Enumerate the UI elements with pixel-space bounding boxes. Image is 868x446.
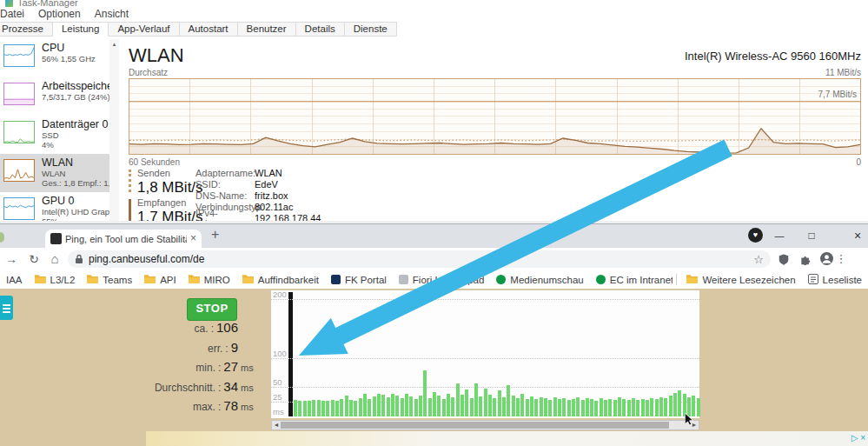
bookmark-star-icon[interactable]: ☆ (753, 253, 764, 266)
chart-horizontal-scrollbar[interactable]: ◄ ► (271, 420, 699, 430)
disk-labels: Datenträger 0 (CSSD4% (42, 118, 108, 150)
grey-square-favicon-icon (399, 275, 408, 284)
ping-bar (558, 399, 561, 416)
sidebar-item-disk[interactable]: Datenträger 0 (CSSD4% (0, 116, 109, 154)
menu-item-datei[interactable]: Datei (0, 8, 31, 20)
tab-app-verlauf[interactable]: App-Verlauf (109, 22, 179, 37)
detail-label: SSID: (195, 179, 255, 190)
bookmark-miro[interactable]: MIRO (182, 274, 236, 285)
ping-bar (395, 396, 399, 416)
tab-prozesse[interactable]: Prozesse (0, 22, 53, 37)
wlan-sub: Ges.: 1,8 Empf.: 1,7 M (42, 178, 108, 188)
bookmark-iaa[interactable]: IAA (0, 275, 29, 285)
bookmark-teams[interactable]: Teams (81, 274, 138, 285)
bookmark-fiori-launchpad[interactable]: Fiori Launchpad (393, 275, 490, 285)
ping-bar (331, 400, 335, 416)
ping-bar (613, 400, 617, 416)
ping-bar (387, 397, 390, 416)
tab-leistung[interactable]: Leistung (53, 22, 109, 37)
sidebar-item-cpu[interactable]: CPU56% 1,55 GHz (0, 39, 109, 77)
bookmark-auffindbarkeit[interactable]: Auffindbarkeit (236, 274, 325, 285)
scrollbar-thumb[interactable] (281, 422, 669, 429)
bookmark-ec-im-intranet[interactable]: EC im Intranet (590, 275, 673, 285)
ping-bar (594, 401, 598, 416)
ping-bar (586, 398, 589, 416)
maximize-button[interactable]: □ (798, 224, 825, 247)
ping-bar (622, 399, 626, 416)
stat-row-max: max.:78ms (104, 398, 256, 413)
stat-row-err: err.:9 (104, 340, 256, 355)
performance-sidebar: CPU56% 1,55 GHzArbeitsspeicher7,5/31,7 G… (0, 39, 109, 224)
sidebar-item-wlan[interactable]: WLANWLANGes.: 1,8 Empf.: 1,7 M (0, 154, 109, 192)
scroll-left-icon[interactable]: ◄ (272, 421, 281, 429)
ping-bar (493, 398, 496, 416)
tab-close-icon[interactable]: × (190, 233, 196, 244)
browser-menu-dots-icon[interactable]: ⋮ (832, 248, 851, 270)
ping-bar (447, 394, 450, 416)
scroll-up-icon[interactable]: ▴ (113, 41, 116, 47)
tab-details[interactable]: Details (296, 22, 345, 37)
folder-icon (189, 274, 200, 285)
ping-bar (678, 390, 681, 416)
adchoices-icons[interactable]: ▷ × (851, 433, 865, 443)
shield-extension-icon[interactable] (778, 253, 790, 266)
address-bar[interactable]: ping.canbeuseful.com/de ☆ (68, 250, 771, 268)
menu-item-optionen[interactable]: Optionen (31, 8, 88, 20)
bookmark-api[interactable]: API (138, 274, 182, 285)
stat-label: Durchschnitt. (155, 382, 215, 394)
detail-row: Adaptername:WLAN (195, 168, 321, 179)
ping-bar (572, 399, 575, 416)
extensions-puzzle-icon[interactable] (799, 253, 812, 265)
ping-bar (419, 396, 422, 416)
chart-label: Durchsatz (129, 68, 168, 77)
new-tab-button[interactable]: + (211, 227, 219, 243)
bookmark-l3-l2[interactable]: L3/L2 (29, 274, 82, 285)
tab-autostart[interactable]: Autostart (180, 22, 238, 37)
ping-bar (428, 398, 432, 416)
ping-bar (641, 399, 645, 416)
ping-bar (349, 400, 353, 416)
menu-item-ansicht[interactable]: Ansicht (88, 8, 136, 20)
page-menu-button[interactable] (0, 296, 13, 320)
bookmark-label: MIRO (204, 275, 230, 285)
reload-icon[interactable]: ↻ (24, 248, 43, 270)
ping-bar (423, 370, 427, 416)
bookmark-leseliste[interactable]: Leseliste (802, 274, 868, 286)
gpu-labels: GPU 0Intel(R) UHD Grap...65% (42, 195, 108, 224)
forward-icon[interactable]: → (2, 248, 21, 270)
profile-theme-avatar[interactable]: ♥ (748, 228, 763, 243)
ping-bar (321, 401, 325, 416)
darkblue-square-favicon-icon (331, 275, 341, 284)
bookmark-medienumschau[interactable]: Medienumschau (490, 275, 589, 285)
home-icon[interactable]: ⌂ (45, 248, 64, 270)
ping-bar (298, 401, 301, 416)
bookmark-label: Fiori Launchpad (413, 275, 484, 285)
ad-close-icon[interactable]: × (860, 433, 865, 443)
minimize-button[interactable]: — (766, 224, 792, 247)
bookmark-fk-portal[interactable]: FK Portal (325, 275, 393, 285)
tab-dienste[interactable]: Dienste (345, 22, 397, 37)
stat-value: 27 (223, 359, 238, 374)
bookmark-weitere-lesezeichen[interactable]: Weitere Lesezeichen (680, 274, 801, 285)
ping-bar (433, 392, 436, 416)
detail-label: DNS-Name: (195, 190, 255, 201)
ping-bar (381, 395, 385, 416)
stop-button[interactable]: STOP (187, 298, 237, 321)
bookmark-label: FK Portal (345, 275, 387, 285)
close-button[interactable]: × (845, 224, 868, 247)
ad-banner[interactable]: ▷ × (146, 431, 868, 446)
adchoices-play-icon[interactable]: ▷ (851, 433, 858, 443)
browser-tab[interactable]: Ping, ein Tool um die Stabilität Ih × (45, 230, 202, 248)
ping-bar (340, 399, 343, 416)
bookmark-label: IAA (6, 275, 23, 285)
tab-benutzer[interactable]: Benutzer (238, 22, 296, 37)
browser-tabstrip: Ping, ein Tool um die Stabilität Ih × + … (0, 224, 868, 248)
sidebar-scrollbar[interactable]: ▴ (109, 39, 119, 224)
gridline-100 (271, 358, 699, 359)
chart-start-marker (288, 292, 293, 416)
ping-bar (608, 399, 612, 416)
url-text[interactable]: ping.canbeuseful.com/de (89, 253, 753, 265)
sidebar-item-gpu[interactable]: GPU 0Intel(R) UHD Grap...65% (0, 192, 109, 224)
sidebar-item-memory[interactable]: Arbeitsspeicher7,5/31,7 GB (24%) (0, 77, 109, 116)
ping-bar (401, 398, 404, 416)
